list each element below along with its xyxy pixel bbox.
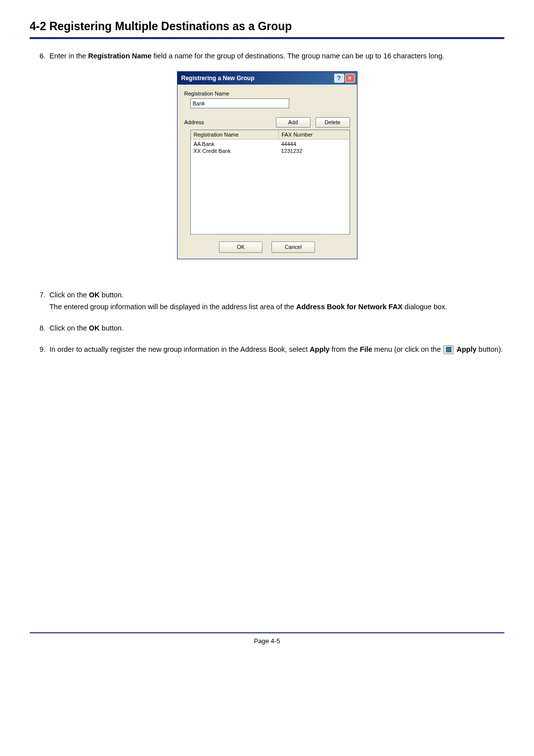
step-7-b1: OK [89,291,100,299]
step-9-t3: menu (or click on the [372,345,443,353]
step-7-t1: Click on the [49,291,89,299]
step-9-num: 9. [40,343,49,356]
step-6-t1: Enter in the [49,52,88,60]
delete-button[interactable]: Delete [315,117,350,128]
step-6-t2: field a name for the group of destinatio… [151,52,444,60]
step-7-t3: The entered group information will be di… [49,303,296,311]
footer-rule [30,632,504,633]
col-fax-number[interactable]: FAX Number [279,130,350,139]
add-button[interactable]: Add [276,117,311,128]
close-icon[interactable]: × [345,74,355,83]
step-6: 6.Enter in the Registration Name field a… [49,50,504,62]
dialog-titlebar: Registrering a New Group ? × [178,72,357,85]
step-7: 7.Click on the OK button. The entered gr… [49,289,504,313]
step-8-b1: OK [89,324,100,332]
step-8-t1: Click on the [49,324,89,332]
step-9-t4: button). [477,345,503,353]
cancel-button[interactable]: Cancel [271,241,315,253]
step-9-t1: In order to actually register the new gr… [49,345,310,353]
list-item[interactable]: XX Credit Bank 1231232 [191,147,350,154]
row-name: AA Bank [191,141,278,147]
col-registration-name[interactable]: Registration Name [191,130,279,139]
step-7-t2: button. [100,291,124,299]
step-9-t2: from the [330,345,360,353]
list-header: Registration Name FAX Number [191,130,350,140]
step-6-num: 6. [40,50,49,62]
apply-icon [444,345,453,354]
step-8-t2: button. [100,324,124,332]
row-fax: 1231232 [278,147,350,154]
registration-name-label: Registration Name [184,91,350,96]
list-item[interactable]: AA Bank 44444 [191,141,350,147]
page-number: Page 4-5 [30,637,504,650]
help-icon[interactable]: ? [334,74,344,83]
address-label: Address [184,119,204,125]
address-list[interactable]: Registration Name FAX Number AA Bank 444… [190,130,350,235]
step-7-num: 7. [40,289,49,301]
step-8-num: 8. [40,322,49,334]
step-7-t4: dialogue box. [402,303,447,311]
step-9: 9.In order to actually register the new … [49,343,504,356]
step-9-b1: Apply [310,345,329,353]
step-8: 8.Click on the OK button. [49,322,504,334]
title-rule [30,37,504,39]
row-name: XX Credit Bank [191,147,278,154]
row-fax: 44444 [278,141,350,147]
section-title: 4-2 Registering Multiple Destinations as… [30,20,504,33]
ok-button[interactable]: OK [219,241,263,253]
register-group-dialog: Registrering a New Group ? × Registratio… [177,71,357,259]
registration-name-input[interactable] [190,98,289,108]
step-6-b1: Registration Name [88,52,151,60]
step-9-b2: File [360,345,372,353]
step-7-b2: Address Book for Network FAX [296,303,402,311]
step-9-b3: Apply [457,345,477,353]
dialog-title: Registrering a New Group [181,75,255,82]
